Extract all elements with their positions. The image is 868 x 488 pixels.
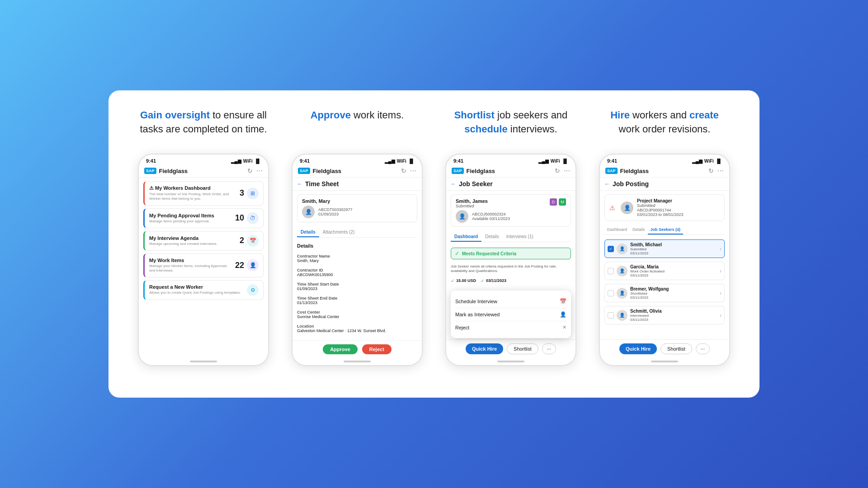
jp-check-smith[interactable]: ✓ (608, 246, 614, 252)
jobseeker-title: Job Seeker (459, 180, 493, 188)
jp-tab-dashboard[interactable]: Dashboard (604, 225, 630, 235)
refresh-icon-4[interactable]: ↻ (708, 167, 714, 174)
more-button-3[interactable]: ··· (542, 343, 556, 354)
heading-highlight-1: Gain oversight (140, 109, 210, 121)
dash-card-workers-info: ⚠ My Workers Dashboard The total number … (149, 185, 236, 202)
jp-cand-info-bremer: Bremer, Wolfgang Shortlisted 03/11/2023 (630, 286, 720, 300)
jp-candidate-smith-michael[interactable]: ✓ 👤 Smith, Michael Submitted 03/11/2023 … (604, 239, 725, 258)
jobseeker-footer: Quick Hire Shortlist ··· (446, 339, 576, 358)
jp-cand-date-garcia: 03/11/2023 (630, 273, 720, 277)
jp-cand-date-smith: 03/11/2023 (630, 251, 720, 255)
jp-manager-status: Submitted (637, 203, 720, 208)
jp-candidate-garcia[interactable]: 👤 Garcia, Maria Work Order Activated 03/… (604, 262, 725, 280)
jobseeker-header: ← Job Seeker (446, 178, 576, 191)
dash-card-interviews[interactable]: My Interview Agenda Manage upcoming and … (143, 231, 264, 251)
more-icon-1[interactable]: ⋯ (256, 167, 263, 174)
dash-card-request[interactable]: Request a New Worker Allows you to creat… (143, 280, 264, 300)
jobseeker-person-card: Smith, James Submitted D M 👤 ABCDJ500002… (451, 194, 571, 227)
jp-check-schmitt[interactable] (608, 312, 614, 319)
back-arrow-4[interactable]: ← (604, 181, 610, 187)
shortlist-button-4[interactable]: Shortlist (660, 343, 692, 354)
battery-icon-1: ▐▌ (255, 159, 261, 164)
quick-hire-button-4[interactable]: Quick Hire (619, 343, 657, 354)
more-icon-3[interactable]: ⋯ (564, 167, 570, 174)
jp-check-bremer[interactable] (608, 290, 614, 296)
popup-reject-close-icon[interactable]: ✕ (562, 324, 566, 330)
section-oversight: Gain oversight to ensure all tasks are c… (127, 108, 280, 384)
ts-field-end-date: Time Sheet End Date 01/13/2023 (297, 296, 417, 305)
popup-mark-interviewed[interactable]: Mark as Interviewed 👤 (455, 308, 566, 321)
popup-schedule-label: Schedule Interview (455, 299, 497, 304)
section-heading-approve: Approve work items. (311, 108, 404, 145)
jp-chevron-garcia: › (720, 268, 722, 274)
criteria-desc: Job Seeker meets all criteria requested … (451, 264, 571, 274)
jp-chevron-bremer: › (720, 290, 722, 296)
quick-hire-button-3[interactable]: Quick Hire (466, 343, 503, 354)
timesheet-person-card: Smith, Mary 👤 ABCDT503302977 01/09/2023 (297, 194, 417, 222)
heading-text-2: work items. (354, 109, 404, 121)
jobposting-title: Job Posting (613, 180, 649, 188)
jp-manager-avatar: 👤 (621, 202, 633, 214)
jp-candidate-schmitt[interactable]: 👤 Schmitt, Olivia Interviewed 03/11/2023… (604, 306, 725, 324)
status-time-2: 9:41 (300, 158, 310, 164)
dash-card-interviews-title: My Interview Agenda (149, 235, 236, 241)
app-header-icons-1: ↻ ⋯ (247, 167, 263, 174)
phone-approve: 9:41 ▂▄▆ WiFi ▐▌ SAP Fieldglass ↻ ⋯ ← (292, 154, 423, 366)
more-button-4[interactable]: ··· (696, 343, 710, 354)
status-icons-4: ▂▄▆ WiFi ▐▌ (692, 159, 722, 164)
js-avatar: 👤 (456, 210, 468, 223)
dash-card-approvals[interactable]: My Pending Approval Items Manage items p… (143, 208, 264, 228)
home-indicator-4 (600, 358, 729, 365)
ts-field-location: Location Galveston Medical Center · 1234… (297, 324, 417, 333)
shortlist-button-3[interactable]: Shortlist (507, 343, 538, 354)
jp-check-garcia[interactable] (608, 268, 614, 274)
more-icon-2[interactable]: ⋯ (410, 167, 416, 174)
avail-value: 03/11/2023 (486, 278, 506, 283)
jobposting-footer: Quick Hire Shortlist ··· (600, 339, 729, 358)
home-indicator-2 (292, 358, 422, 365)
jp-candidate-bremer[interactable]: 👤 Bremer, Wolfgang Shortlisted 03/11/202… (604, 284, 725, 302)
dashboard-content: ⚠ My Workers Dashboard The total number … (139, 178, 268, 358)
jp-cand-date-schmitt: 03/11/2023 (630, 318, 720, 322)
battery-icon-4: ▐▌ (716, 159, 722, 164)
approve-button[interactable]: Approve (323, 344, 358, 354)
jp-tab-jobseekers[interactable]: Job Seekers (4) (648, 225, 684, 235)
popup-schedule[interactable]: Schedule Interview 📅 (455, 295, 566, 308)
tab-details[interactable]: Details (297, 228, 319, 237)
popup-reject[interactable]: Reject ✕ (455, 321, 566, 333)
tab-dashboard-js[interactable]: Dashboard (451, 232, 481, 242)
tab-interviews-js[interactable]: Interviews (1) (503, 232, 537, 242)
refresh-icon-3[interactable]: ↻ (555, 167, 560, 174)
rate-value: 15.00 USD (456, 278, 476, 283)
jp-manager-info: Project Manager Submitted ABCDJP00001744… (637, 198, 720, 217)
dash-card-workers-title: ⚠ My Workers Dashboard (149, 185, 236, 191)
criteria-text: Meets Requested Criteria (462, 251, 516, 256)
popup-mark-label: Mark as Interviewed (455, 312, 500, 317)
dash-card-workitems-info: My Work Items Manage your Worker Items, … (149, 258, 231, 273)
sap-badge-3: SAP (452, 168, 464, 174)
jp-cand-status-garcia: Work Order Activated (630, 269, 720, 273)
badge-m: M (559, 198, 566, 206)
refresh-icon-2[interactable]: ↻ (401, 167, 406, 174)
tab-details-js[interactable]: Details (481, 232, 503, 242)
reject-button[interactable]: Reject (362, 344, 392, 354)
home-indicator-1 (139, 358, 268, 365)
dash-card-workers[interactable]: ⚠ My Workers Dashboard The total number … (143, 181, 264, 206)
more-icon-4[interactable]: ⋯ (717, 167, 724, 174)
dash-card-workitems[interactable]: My Work Items Manage your Worker Items, … (143, 253, 264, 277)
jp-tab-details[interactable]: Details (630, 225, 648, 235)
app-header-icons-3: ↻ ⋯ (555, 167, 570, 174)
dash-card-request-info: Request a New Worker Allows you to creat… (149, 284, 243, 295)
back-arrow-2[interactable]: ← (297, 181, 302, 187)
dash-card-workers-desc: The total number of Job Posting, Work Or… (149, 192, 236, 202)
app-header-4: SAP Fieldglass ↻ ⋯ (600, 165, 729, 178)
timesheet-title: Time Sheet (305, 180, 339, 188)
timesheet-avatar: 👤 (302, 206, 315, 218)
jp-warning-icon: ⚠ (609, 204, 615, 211)
wifi-icon-2: WiFi (397, 159, 406, 164)
wifi-icon-4: WiFi (704, 159, 714, 164)
refresh-icon-1[interactable]: ↻ (247, 167, 253, 174)
heading-highlight-4a: Hire (610, 109, 630, 121)
back-arrow-3[interactable]: ← (451, 181, 456, 187)
tab-attachments[interactable]: Attachments (2) (319, 228, 359, 237)
